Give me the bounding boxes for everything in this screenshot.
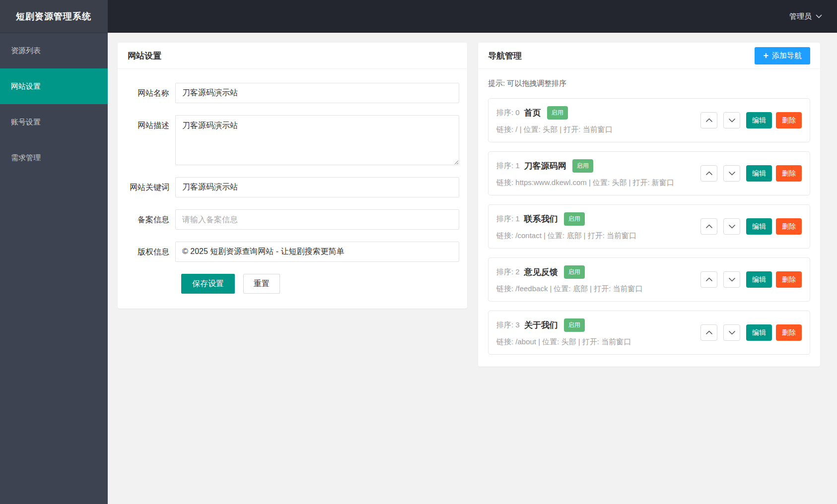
chevron-down-icon — [728, 171, 736, 176]
delete-button[interactable]: 删除 — [776, 218, 802, 235]
copyright-input[interactable] — [175, 242, 459, 262]
move-down-button[interactable] — [723, 165, 740, 182]
app-title: 短剧资源管理系统 — [0, 0, 108, 33]
nav-item-info: 排序: 2 意见反馈 启用 链接: /feedback | 位置: 底部 | 打… — [496, 265, 643, 294]
move-up-button[interactable] — [700, 218, 717, 235]
status-badge: 启用 — [547, 106, 568, 120]
status-badge: 启用 — [572, 159, 593, 173]
nav-manage-title: 导航管理 — [488, 50, 522, 62]
nav-item-actions: 编辑 删除 — [700, 165, 802, 182]
move-down-button[interactable] — [723, 324, 740, 341]
delete-button[interactable]: 删除 — [776, 324, 802, 341]
sidebar-item-demand-manage[interactable]: 需求管理 — [0, 140, 108, 176]
form-actions: 保存设置 重置 — [181, 274, 459, 294]
nav-item-info: 排序: 1 刀客源码网 启用 链接: https:www.dkewl.com |… — [496, 159, 674, 188]
edit-button[interactable]: 编辑 — [746, 324, 772, 341]
chevron-up-icon — [705, 118, 713, 123]
move-down-button[interactable] — [723, 218, 740, 235]
site-description-textarea[interactable] — [175, 115, 459, 165]
nav-item-dkewl[interactable]: 排序: 1 刀客源码网 启用 链接: https:www.dkewl.com |… — [488, 151, 810, 195]
copyright-label: 版权信息 — [126, 242, 175, 262]
move-up-button[interactable] — [700, 165, 717, 182]
add-nav-button[interactable]: + 添加导航 — [755, 47, 810, 64]
move-down-button[interactable] — [723, 271, 740, 288]
sidebar-item-resource-list[interactable]: 资源列表 — [0, 33, 108, 68]
nav-item-actions: 编辑 删除 — [700, 324, 802, 341]
sidebar-item-account-settings[interactable]: 账号设置 — [0, 104, 108, 140]
chevron-down-icon — [728, 330, 736, 335]
chevron-up-icon — [705, 224, 713, 229]
delete-button[interactable]: 删除 — [776, 112, 802, 128]
nav-sort-label: 排序: 3 — [496, 320, 520, 330]
sidebar-item-site-settings[interactable]: 网站设置 — [0, 68, 108, 104]
nav-item-info: 排序: 0 首页 启用 链接: / | 位置: 头部 | 打开: 当前窗口 — [496, 106, 613, 134]
chevron-down-icon — [728, 277, 736, 282]
chevron-down-icon — [816, 14, 822, 18]
site-keywords-input[interactable] — [175, 177, 459, 197]
nav-sort-label: 排序: 0 — [496, 108, 520, 118]
chevron-up-icon — [705, 330, 713, 335]
nav-name: 刀客源码网 — [524, 160, 566, 172]
move-up-button[interactable] — [700, 112, 717, 128]
nav-sort-label: 排序: 1 — [496, 161, 520, 171]
nav-item-info: 排序: 3 关于我们 启用 链接: /about | 位置: 头部 | 打开: … — [496, 318, 631, 347]
nav-meta: 链接: /contact | 位置: 底部 | 打开: 当前窗口 — [496, 231, 636, 241]
site-settings-title: 网站设置 — [128, 50, 161, 62]
form-row-site-name: 网站名称 — [126, 83, 459, 103]
edit-button[interactable]: 编辑 — [746, 112, 772, 128]
nav-item-title-row: 排序: 0 首页 启用 — [496, 106, 613, 120]
status-badge: 启用 — [564, 265, 585, 279]
site-name-label: 网站名称 — [126, 83, 175, 103]
status-badge: 启用 — [564, 318, 585, 332]
nav-name: 联系我们 — [524, 213, 558, 225]
icp-label: 备案信息 — [126, 209, 175, 230]
delete-button[interactable]: 删除 — [776, 165, 802, 182]
nav-name: 首页 — [524, 107, 541, 119]
nav-item-info: 排序: 1 联系我们 启用 链接: /contact | 位置: 底部 | 打开… — [496, 212, 636, 241]
nav-item-actions: 编辑 删除 — [700, 218, 802, 235]
form-row-icp: 备案信息 — [126, 209, 459, 230]
nav-manage-header: 导航管理 + 添加导航 — [478, 43, 820, 69]
nav-item-actions: 编辑 删除 — [700, 271, 802, 288]
edit-button[interactable]: 编辑 — [746, 165, 772, 182]
nav-item-home[interactable]: 排序: 0 首页 启用 链接: / | 位置: 头部 | 打开: 当前窗口 编辑… — [488, 98, 810, 142]
chevron-down-icon — [728, 224, 736, 229]
topbar: 管理员 — [0, 0, 837, 33]
nav-item-contact[interactable]: 排序: 1 联系我们 启用 链接: /contact | 位置: 底部 | 打开… — [488, 204, 810, 249]
nav-sort-label: 排序: 2 — [496, 267, 520, 277]
edit-button[interactable]: 编辑 — [746, 218, 772, 235]
site-keywords-label: 网站关键词 — [126, 177, 175, 197]
move-up-button[interactable] — [700, 271, 717, 288]
sidebar: 短剧资源管理系统 资源列表 网站设置 账号设置 需求管理 — [0, 0, 108, 504]
plus-icon: + — [763, 51, 768, 60]
move-down-button[interactable] — [723, 112, 740, 128]
nav-name: 意见反馈 — [524, 266, 558, 278]
nav-item-feedback[interactable]: 排序: 2 意见反馈 启用 链接: /feedback | 位置: 底部 | 打… — [488, 257, 810, 302]
site-description-label: 网站描述 — [126, 115, 175, 165]
nav-meta: 链接: /about | 位置: 头部 | 打开: 当前窗口 — [496, 337, 631, 347]
site-settings-form: 网站名称 网站描述 网站关键词 备案信息 版权信息 保存设置 重置 — [118, 69, 467, 309]
nav-name: 关于我们 — [524, 319, 558, 331]
nav-sort-label: 排序: 1 — [496, 214, 520, 224]
sidebar-menu: 资源列表 网站设置 账号设置 需求管理 — [0, 33, 108, 176]
nav-meta: 链接: https:www.dkewl.com | 位置: 头部 | 打开: 新… — [496, 178, 674, 188]
nav-item-about[interactable]: 排序: 3 关于我们 启用 链接: /about | 位置: 头部 | 打开: … — [488, 311, 810, 355]
site-settings-header: 网站设置 — [118, 43, 467, 69]
delete-button[interactable]: 删除 — [776, 271, 802, 288]
main-content: 网站设置 网站名称 网站描述 网站关键词 备案信息 版权信息 — [108, 33, 837, 504]
chevron-up-icon — [705, 277, 713, 282]
nav-item-title-row: 排序: 1 联系我们 启用 — [496, 212, 636, 226]
nav-manage-body: 提示: 可以拖拽调整排序 排序: 0 首页 启用 链接: / | 位置: 头部 … — [478, 69, 820, 367]
user-menu[interactable]: 管理员 — [789, 12, 822, 21]
edit-button[interactable]: 编辑 — [746, 271, 772, 288]
user-name: 管理员 — [789, 12, 812, 21]
site-name-input[interactable] — [175, 83, 459, 103]
chevron-up-icon — [705, 171, 713, 176]
save-settings-button[interactable]: 保存设置 — [181, 274, 235, 294]
reset-button[interactable]: 重置 — [243, 274, 280, 294]
nav-meta: 链接: / | 位置: 头部 | 打开: 当前窗口 — [496, 125, 613, 134]
status-badge: 启用 — [564, 212, 585, 226]
site-settings-card: 网站设置 网站名称 网站描述 网站关键词 备案信息 版权信息 — [118, 43, 467, 309]
icp-input[interactable] — [175, 209, 459, 230]
move-up-button[interactable] — [700, 324, 717, 341]
